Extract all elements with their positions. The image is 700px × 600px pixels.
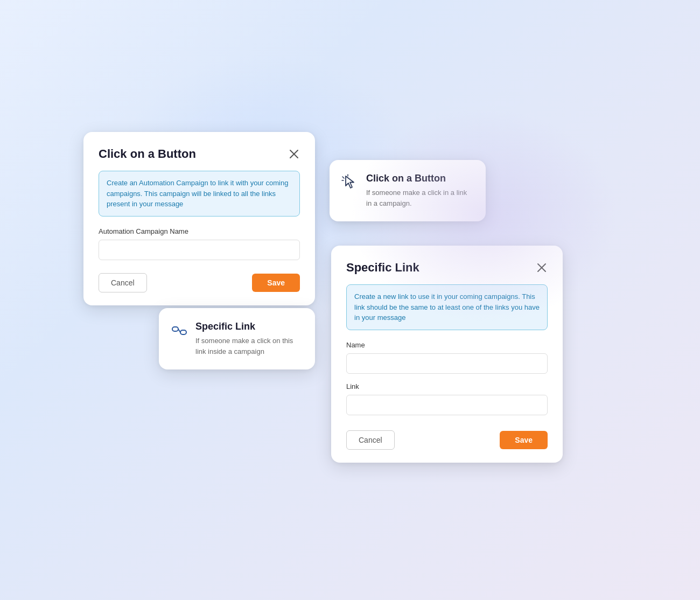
card-specific-link-desc: If someone make a click on this link ins…	[195, 336, 303, 357]
automation-campaign-name-label: Automation Campaign Name	[99, 227, 300, 235]
svg-rect-5	[172, 327, 178, 331]
modal-specific-link-save[interactable]: Save	[500, 431, 548, 449]
close-icon	[537, 263, 547, 273]
modal-specific-link-close[interactable]	[536, 262, 548, 274]
modal-click-button-info: Create an Automation Campaign to link it…	[99, 171, 300, 217]
modal-specific-link-footer: Cancel Save	[346, 430, 548, 450]
svg-rect-6	[180, 330, 186, 334]
card-specific-link-text: Specific Link If someone make a click on…	[195, 321, 303, 357]
link-field-label: Link	[346, 382, 548, 390]
name-field-label: Name	[346, 341, 548, 349]
card-click-button-title: Click on a Button	[366, 173, 474, 184]
modal-specific-link-cancel[interactable]: Cancel	[346, 430, 395, 450]
modal-click-button-close[interactable]	[288, 148, 300, 160]
card-specific-link: Specific Link If someone make a click on…	[159, 308, 315, 369]
card-specific-link-content: Specific Link If someone make a click on…	[171, 321, 303, 357]
card-click-button-text: Click on a Button If someone make a clic…	[366, 173, 474, 208]
modal-click-button-header: Click on a Button	[99, 147, 300, 161]
automation-campaign-name-input[interactable]	[99, 240, 300, 260]
card-click-button-content: Click on a Button If someone make a clic…	[341, 173, 474, 208]
modal-click-button-title: Click on a Button	[99, 147, 196, 161]
close-icon	[289, 149, 299, 159]
modal-click-button-save[interactable]: Save	[252, 274, 300, 292]
modal-click-button: Click on a Button Create an Automation C…	[83, 132, 315, 305]
card-click-button-desc: If someone make a click in a link in a c…	[366, 187, 474, 208]
modal-specific-link: Specific Link Create a new link to use i…	[331, 246, 563, 463]
modal-click-button-cancel[interactable]: Cancel	[99, 273, 147, 292]
modal-specific-link-header: Specific Link	[346, 261, 548, 275]
link-chain-icon	[171, 322, 188, 343]
card-specific-link-title: Specific Link	[195, 321, 303, 332]
card-click-button: Click on a Button If someone make a clic…	[330, 160, 486, 221]
modal-specific-link-title: Specific Link	[346, 261, 419, 275]
modal-click-button-footer: Cancel Save	[99, 273, 300, 292]
cursor-icon	[341, 174, 359, 195]
svg-line-2	[342, 177, 344, 178]
specific-link-url-input[interactable]	[346, 395, 548, 415]
svg-line-7	[178, 329, 180, 332]
specific-link-name-input[interactable]	[346, 353, 548, 374]
modal-specific-link-info: Create a new link to use it in your comi…	[346, 284, 548, 330]
